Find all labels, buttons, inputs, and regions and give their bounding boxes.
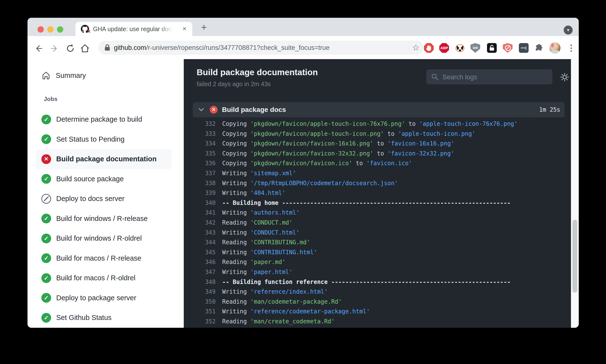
failed-status-icon: × [41, 154, 51, 164]
log-line-340[interactable]: 340-- Building home --------------------… [184, 198, 571, 208]
extensions-puzzle-icon[interactable] [534, 43, 544, 53]
log-group-duration: 1m 25s [539, 102, 560, 117]
success-status-icon: ✓ [41, 115, 51, 124]
sidebar-item-label: Set Github Status [56, 314, 111, 322]
url-text: github.com/r-universe/ropensci/runs/3477… [114, 41, 329, 55]
tab-search-chevron-button[interactable]: ▼ [564, 26, 573, 35]
lock-extension-icon[interactable] [487, 43, 497, 53]
log-line-333[interactable]: 333Copying 'pkgdown/favicon/apple-touch-… [184, 129, 571, 139]
sidebar-item-deploy-to-package-server[interactable]: ✓Deploy to package server [36, 288, 171, 308]
success-status-icon: ✓ [41, 134, 51, 144]
success-status-icon: ✓ [41, 253, 51, 263]
log-line-343[interactable]: 343Writing 'CONDUCT.html' [184, 228, 571, 238]
log-line-338[interactable]: 338Writing '/tmp/RtmpLOBPHO/codemetar/do… [184, 178, 571, 188]
chevron-down-icon[interactable] [198, 107, 204, 113]
log-line-number: 352 [184, 317, 216, 326]
log-line-number: 338 [184, 178, 216, 188]
log-line-text: Writing '/tmp/RtmpLOBPHO/codemetar/docse… [222, 178, 398, 188]
url-path: /r-universe/ropensci/runs/3477708871?che… [146, 44, 329, 51]
log-line-number: 334 [184, 139, 216, 149]
privacy-badger-extension-icon[interactable] [455, 43, 465, 53]
back-button[interactable] [33, 43, 44, 54]
zoom-window-button[interactable] [57, 26, 63, 33]
sidebar-item-set-github-status[interactable]: ✓Set Github Status [36, 308, 171, 328]
bookmark-star-icon[interactable]: ☆ [412, 41, 420, 55]
log-line-346[interactable]: 346Reading 'paper.md' [184, 257, 571, 267]
browser-tab[interactable]: × GHA update: use regular docs r × [76, 22, 192, 36]
home-button[interactable] [79, 43, 90, 54]
log-line-text: Writing '404.html' [222, 188, 286, 198]
log-group-header[interactable]: × Build package docs 1m 25s [193, 102, 565, 117]
log-line-336[interactable]: 336Copying 'pkgdown/favicon/favicon.ico'… [184, 158, 571, 168]
adblock-extension-icon[interactable] [424, 43, 434, 53]
log-line-text: Copying 'pkgdown/favicon/favicon-16x16.p… [222, 139, 454, 149]
log-lines: 332Copying 'pkgdown/favicon/apple-touch-… [184, 119, 571, 328]
log-line-text: Writing 'reference/index.html' [222, 287, 328, 297]
url-domain: github.com [114, 44, 146, 51]
log-line-347[interactable]: 347Writing 'paper.html' [184, 267, 571, 277]
log-line-344[interactable]: 344Reading 'CONTRIBUTING.md' [184, 237, 571, 247]
log-line-350[interactable]: 350Reading 'man/codemetar-package.Rd' [184, 297, 571, 307]
log-line-number: 333 [184, 129, 216, 139]
password-manager-extension-icon[interactable]: •••| [519, 43, 529, 53]
ublock-origin-extension-icon[interactable]: uo [470, 43, 480, 53]
blocker-shield-extension-icon[interactable] [503, 43, 513, 53]
sidebar-item-build-for-macos-r-oldrel[interactable]: ✓Build for macos / R-oldrel [36, 268, 171, 288]
favicon-failed-x-icon: × [87, 28, 91, 35]
log-line-number: 350 [184, 297, 216, 307]
close-window-button[interactable] [38, 26, 44, 33]
log-line-339[interactable]: 339Writing '404.html' [184, 188, 571, 198]
log-line-345[interactable]: 345Writing 'CONTRIBUTING.html' [184, 247, 571, 258]
log-line-number: 339 [184, 188, 216, 198]
sidebar-item-build-package-documentation[interactable]: ×Build package documentation [36, 149, 171, 169]
log-line-text: Copying 'pkgdown/favicon/favicon.ico' to… [222, 158, 412, 168]
log-line-text: -- Building function reference ---------… [222, 277, 511, 287]
no-entry-icon [505, 45, 511, 51]
sidebar-item-deploy-to-docs-server[interactable]: Deploy to docs server [36, 189, 171, 209]
log-line-number: 343 [184, 228, 216, 238]
page-scrollbar-track[interactable] [571, 59, 579, 328]
log-line-text: Reading 'man/create_codemeta.Rd' [222, 317, 335, 326]
sidebar-item-label: Build package documentation [56, 155, 157, 163]
reload-button[interactable] [65, 43, 76, 54]
forward-button[interactable] [49, 43, 60, 54]
log-line-number: 340 [184, 198, 216, 208]
adblock-plus-extension-icon[interactable]: ABP [439, 43, 449, 53]
sidebar-item-determine-package-to-build[interactable]: ✓Determine package to build [36, 109, 171, 130]
skipped-status-icon [41, 194, 51, 204]
sidebar-item-build-source-package[interactable]: ✓Build source package [36, 169, 171, 189]
sidebar-item-summary[interactable]: Summary [36, 68, 172, 82]
tab-close-button[interactable]: × [181, 25, 188, 33]
workflow-sidebar: Summary Jobs ✓Determine package to build… [27, 59, 184, 328]
log-line-349[interactable]: 349Writing 'reference/index.html' [184, 287, 571, 297]
secure-lock-icon[interactable] [104, 44, 110, 52]
profile-avatar[interactable] [549, 42, 561, 53]
success-status-icon: ✓ [41, 313, 51, 323]
chrome-menu-icon[interactable] [567, 44, 576, 53]
log-line-335[interactable]: 335Copying 'pkgdown/favicon/favicon-32x3… [184, 149, 571, 159]
browser-toolbar: github.com/r-universe/ropensci/runs/3477… [27, 36, 579, 59]
log-line-number: 342 [184, 218, 216, 228]
log-line-332[interactable]: 332Copying 'pkgdown/favicon/apple-touch-… [184, 119, 571, 129]
sidebar-item-set-status-to-pending[interactable]: ✓Set Status to Pending [36, 130, 171, 149]
sidebar-item-label: Build for windows / R-oldrel [56, 234, 142, 242]
new-tab-button[interactable]: + [198, 22, 210, 34]
sidebar-item-build-for-windows-r-oldrel[interactable]: ✓Build for windows / R-oldrel [36, 228, 171, 248]
search-logs-input[interactable] [442, 69, 548, 85]
log-line-348[interactable]: 348-- Building function reference ------… [184, 277, 571, 287]
sidebar-item-build-for-macos-r-release[interactable]: ✓Build for macos / R-release [36, 248, 171, 268]
log-line-text: -- Building home -----------------------… [222, 198, 511, 208]
page-scrollbar-thumb[interactable] [572, 220, 577, 293]
log-line-352[interactable]: 352Reading 'man/create_codemeta.Rd' [184, 317, 571, 326]
log-line-342[interactable]: 342Reading 'CONDUCT.md' [184, 218, 571, 228]
log-line-351[interactable]: 351Writing 'reference/codemetar-package.… [184, 307, 571, 317]
log-settings-gear-icon[interactable] [559, 72, 570, 82]
log-line-341[interactable]: 341Writing 'authors.html' [184, 208, 571, 218]
minimize-window-button[interactable] [47, 26, 53, 33]
search-logs-box[interactable] [426, 69, 553, 84]
log-line-353[interactable]: 353Writing 'reference/create_codemeta.ht… [184, 326, 571, 328]
log-line-334[interactable]: 334Copying 'pkgdown/favicon/favicon-16x1… [184, 139, 571, 149]
log-line-337[interactable]: 337Writing 'sitemap.xml' [184, 168, 571, 178]
url-bar[interactable]: github.com/r-universe/ropensci/runs/3477… [98, 41, 423, 55]
sidebar-item-build-for-windows-r-release[interactable]: ✓Build for windows / R-release [36, 209, 171, 229]
